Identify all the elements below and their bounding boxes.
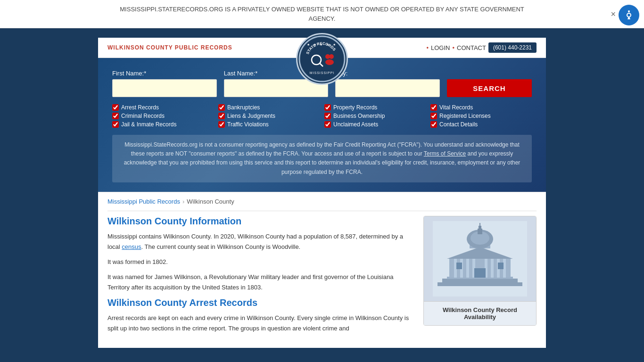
- city-label: City:: [335, 70, 440, 77]
- svg-rect-31: [474, 268, 486, 278]
- first-name-group: First Name:*: [112, 70, 217, 97]
- checkbox-contact-input[interactable]: [430, 121, 437, 128]
- phone-number[interactable]: (601) 440-2231: [488, 42, 537, 53]
- checkbox-traffic-input[interactable]: [218, 121, 225, 128]
- capitol-label: Wilkinson County Record Availability: [424, 301, 536, 325]
- checkbox-property-label: Property Records: [333, 104, 377, 111]
- checkbox-liens-input[interactable]: [218, 113, 225, 119]
- breadcrumb-container: Mississippi Public Records › Wilkinson C…: [98, 192, 546, 211]
- checkbox-unclaimed-input[interactable]: [324, 121, 331, 128]
- checkbox-registered-label: Registered Licenses: [439, 113, 491, 119]
- checkbox-vital-input[interactable]: [430, 104, 437, 111]
- first-name-label: First Name:*: [112, 70, 217, 77]
- section1-p2: It was formed in 1802.: [107, 257, 414, 267]
- capitol-box: Wilkinson County Record Availability: [423, 216, 537, 326]
- svg-point-9: [325, 59, 334, 65]
- nav-dot2: •: [453, 44, 455, 51]
- checkbox-liens-label: Liens & Judgments: [227, 113, 275, 119]
- checkbox-contact: Contact Details: [430, 121, 532, 128]
- checkbox-arrest-input[interactable]: [112, 104, 119, 111]
- svg-rect-29: [479, 226, 481, 230]
- two-col-layout: Wilkinson County Information Mississippi…: [98, 211, 546, 348]
- checkbox-jail: Jail & Inmate Records: [112, 121, 214, 128]
- logo-container: ★ ★ ★ ★ ★ STATE RECORDS: [296, 33, 348, 85]
- checkbox-traffic: Traffic Violations: [218, 121, 320, 128]
- search-button[interactable]: SEARCH: [447, 79, 532, 97]
- logo-svg: ★ ★ ★ ★ ★ STATE RECORDS: [298, 35, 346, 82]
- capitol-image: [424, 216, 536, 301]
- svg-rect-33: [498, 263, 504, 269]
- nav-dot1: •: [426, 44, 429, 51]
- section1-title: Wilkinson County Information: [107, 216, 414, 227]
- checkbox-unclaimed: Unclaimed Assets: [324, 121, 426, 128]
- checkbox-business-input[interactable]: [324, 113, 331, 119]
- checkbox-liens: Liens & Judgments: [218, 113, 320, 119]
- checkbox-business-label: Business Ownership: [333, 113, 385, 119]
- section2-p1: Arrest records are kept on each and ever…: [107, 313, 414, 334]
- left-column: Wilkinson County Information Mississippi…: [107, 216, 414, 339]
- checkbox-jail-input[interactable]: [112, 121, 119, 128]
- checkbox-unclaimed-label: Unclaimed Assets: [333, 121, 378, 128]
- checkbox-business: Business Ownership: [324, 113, 426, 119]
- checkbox-traffic-label: Traffic Violations: [227, 121, 269, 128]
- city-group: City:: [335, 70, 440, 97]
- login-link[interactable]: LOGIN: [431, 44, 450, 51]
- svg-rect-21: [491, 259, 494, 278]
- logo-circle: ★ ★ ★ ★ ★ STATE RECORDS: [296, 33, 348, 85]
- breadcrumb-separator: ›: [182, 198, 184, 205]
- census-link[interactable]: census: [122, 243, 141, 250]
- site-title: WILKINSON COUNTY PUBLIC RECORDS: [107, 44, 232, 51]
- checkbox-bankruptcies: Bankruptcies: [218, 104, 320, 111]
- checkboxes-grid: Arrest Records Bankruptcies Property Rec…: [112, 104, 532, 128]
- tos-link[interactable]: Terms of Service: [424, 150, 466, 157]
- checkbox-arrest-label: Arrest Records: [121, 104, 159, 111]
- checkbox-contact-label: Contact Details: [439, 121, 478, 128]
- checkbox-property-input[interactable]: [324, 104, 331, 111]
- card-header: WILKINSON COUNTY PUBLIC RECORDS ★ ★ ★ ★ …: [98, 38, 546, 58]
- header-nav: • LOGIN • CONTACT (601) 440-2231: [426, 42, 537, 53]
- checkbox-criminal-label: Criminal Records: [121, 113, 165, 119]
- svg-rect-18: [466, 259, 469, 278]
- svg-point-8: [329, 54, 334, 59]
- city-input[interactable]: [335, 79, 440, 97]
- checkbox-jail-label: Jail & Inmate Records: [121, 121, 176, 128]
- checkbox-arrest-records: Arrest Records: [112, 104, 214, 111]
- top-banner: MISSISSIPPI.STATERECORDS.ORG IS A PRIVAT…: [0, 0, 644, 28]
- breadcrumb-current: Wilkinson County: [187, 198, 234, 205]
- close-banner-button[interactable]: ×: [611, 9, 616, 19]
- breadcrumb: Mississippi Public Records › Wilkinson C…: [107, 192, 537, 211]
- accessibility-button[interactable]: [619, 5, 639, 25]
- checkbox-property-records: Property Records: [324, 104, 426, 111]
- contact-link[interactable]: CONTACT: [457, 44, 486, 51]
- section2-title: Wilkinson County Arrest Records: [107, 297, 414, 308]
- accessibility-icon: [623, 9, 635, 21]
- banner-text: MISSISSIPPI.STATERECORDS.ORG IS A PRIVAT…: [110, 5, 534, 23]
- checkbox-criminal-records: Criminal Records: [112, 113, 214, 119]
- checkbox-bankruptcies-input[interactable]: [218, 104, 225, 111]
- main-wrapper: WILKINSON COUNTY PUBLIC RECORDS ★ ★ ★ ★ …: [0, 28, 644, 362]
- checkbox-vital-records: Vital Records: [430, 104, 532, 111]
- checkbox-criminal-input[interactable]: [112, 113, 119, 119]
- svg-rect-32: [456, 263, 462, 269]
- svg-rect-13: [442, 279, 518, 283]
- checkbox-registered-input[interactable]: [430, 113, 437, 119]
- checkbox-bankruptcies-label: Bankruptcies: [227, 104, 260, 111]
- disclaimer-box: Mississippi.StateRecords.org is not a co…: [112, 135, 532, 182]
- capitol-svg: [433, 221, 527, 296]
- checkbox-vital-label: Vital Records: [439, 104, 473, 111]
- breadcrumb-parent[interactable]: Mississippi Public Records: [107, 198, 180, 205]
- first-name-input[interactable]: [112, 79, 217, 97]
- right-column: Wilkinson County Record Availability: [423, 216, 537, 339]
- section1-p1: Mississippi contains Wilkinson County. I…: [107, 231, 414, 252]
- main-card: WILKINSON COUNTY PUBLIC RECORDS ★ ★ ★ ★ …: [98, 38, 546, 348]
- section1-p3: It was named for James Wilkinson, a Revo…: [107, 272, 414, 293]
- checkbox-registered: Registered Licenses: [430, 113, 532, 119]
- svg-point-1: [628, 11, 630, 12]
- svg-text:MISSISSIPPI: MISSISSIPPI: [310, 71, 335, 74]
